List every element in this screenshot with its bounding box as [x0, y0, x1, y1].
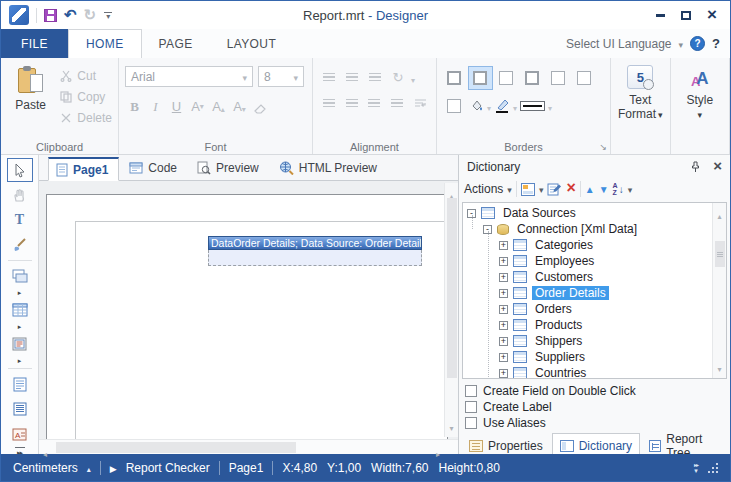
actions-menu-button[interactable]: Actions — [464, 182, 503, 196]
save-icon[interactable] — [44, 9, 57, 22]
current-page-label[interactable]: Page1 — [229, 461, 264, 475]
report-page[interactable] — [46, 194, 448, 439]
language-selector[interactable]: Select UI Language ? ? — [566, 29, 720, 58]
tab-html-preview[interactable]: HTML Preview — [272, 156, 387, 180]
tree-expander-icon[interactable]: + — [499, 369, 508, 378]
border-left-button[interactable] — [521, 67, 544, 89]
checkbox[interactable] — [465, 401, 477, 413]
tree-item-connection-xml-data[interactable]: - Connection [Xml Data] — [463, 221, 726, 237]
page-canvas[interactable]: DataOrder Details; Data Source: Order De… — [39, 181, 458, 439]
move-down-icon[interactable] — [599, 182, 609, 196]
pin-icon[interactable] — [690, 161, 701, 173]
tab-layout[interactable]: LAYOUT — [210, 29, 294, 58]
paste-button[interactable]: Paste — [7, 63, 54, 138]
fit-page-icon[interactable] — [694, 462, 698, 474]
bands-flyout-arrow-icon[interactable] — [7, 289, 33, 297]
tree-expander-icon[interactable]: + — [499, 257, 508, 266]
tree-item-categories[interactable]: + Categories — [463, 237, 726, 253]
border-top-button[interactable] — [495, 67, 518, 89]
tree-expander-icon[interactable]: + — [499, 241, 508, 250]
border-style-icon[interactable] — [520, 101, 545, 111]
border-right-button[interactable] — [573, 67, 596, 89]
vertical-scrollbar[interactable] — [444, 183, 458, 437]
scroll-down-icon[interactable] — [713, 358, 726, 376]
scroll-right-icon[interactable] — [436, 443, 440, 461]
text-component-tool[interactable] — [7, 372, 33, 396]
play-icon[interactable] — [110, 461, 117, 475]
tree-item-shippers[interactable]: + Shippers — [463, 333, 726, 349]
select-tool[interactable] — [7, 158, 33, 182]
chevron-down-icon[interactable] — [513, 97, 517, 115]
question-mark-icon[interactable]: ? — [712, 36, 720, 51]
checkbox[interactable] — [465, 417, 477, 429]
option-create-field-on-double-click[interactable]: Create Field on Double Click — [465, 383, 724, 398]
tree-expander-icon[interactable]: + — [499, 337, 508, 346]
cross-bands-tool[interactable] — [7, 298, 33, 322]
close-button[interactable] — [702, 6, 722, 24]
tree-scroll-thumb[interactable] — [715, 241, 725, 267]
chevron-down-icon[interactable] — [507, 182, 512, 196]
borders-dialog-launcher-icon[interactable] — [600, 142, 608, 152]
new-item-icon[interactable] — [521, 183, 535, 196]
font-size-combo[interactable]: 8 — [258, 66, 304, 87]
horizontal-scrollbar[interactable] — [39, 439, 458, 454]
chevron-up-icon[interactable] — [87, 461, 91, 475]
tab-file[interactable]: FILE — [1, 29, 68, 58]
option-create-label[interactable]: Create Label — [465, 399, 724, 414]
maximize-button[interactable] — [676, 6, 696, 24]
resize-grip[interactable] — [707, 462, 718, 473]
vertical-scroll-thumb[interactable] — [447, 198, 457, 378]
chevron-down-icon[interactable] — [628, 182, 633, 196]
copy-style-tool[interactable] — [7, 233, 33, 257]
tree-item-order-details[interactable]: + Order Details — [463, 285, 726, 301]
tree-item-countries[interactable]: + Countries — [463, 365, 726, 379]
tree-item-orders[interactable]: + Orders — [463, 301, 726, 317]
tree-expander-icon[interactable]: + — [499, 305, 508, 314]
style-button[interactable]: Style — [677, 93, 723, 122]
minimize-button[interactable] — [650, 6, 670, 24]
chevron-down-icon[interactable] — [487, 97, 491, 115]
edit-icon[interactable] — [547, 182, 562, 196]
tree-expander-icon[interactable]: + — [499, 353, 508, 362]
chevron-down-icon[interactable] — [539, 182, 544, 196]
delete-item-icon[interactable] — [566, 182, 575, 196]
tree-expander-icon[interactable]: + — [499, 289, 508, 298]
undo-icon[interactable] — [64, 6, 77, 24]
data-band-body[interactable] — [208, 250, 422, 266]
tree-item-data-sources[interactable]: - Data Sources — [463, 205, 726, 221]
bands-tool[interactable] — [7, 264, 33, 288]
quick-access-dropdown-icon[interactable] — [103, 12, 113, 19]
tab-page1[interactable]: Page1 — [48, 157, 119, 181]
app-logo-icon[interactable] — [9, 5, 29, 25]
fill-color-icon[interactable] — [469, 99, 484, 113]
tab-home[interactable]: HOME — [68, 29, 142, 58]
scroll-left-icon[interactable] — [43, 443, 47, 461]
horizontal-scroll-thumb[interactable] — [56, 442, 296, 453]
units-selector[interactable]: Centimeters — [13, 461, 78, 475]
text-format-button[interactable]: Text Format — [617, 93, 663, 122]
data-band-header[interactable]: DataOrder Details; Data Source: Order De… — [208, 236, 422, 250]
panel-close-icon[interactable] — [713, 160, 722, 174]
border-bottom-button[interactable] — [547, 67, 570, 89]
tree-item-suppliers[interactable]: + Suppliers — [463, 349, 726, 365]
help-icon[interactable]: ? — [690, 36, 705, 51]
option-use-aliases[interactable]: Use Aliases — [465, 415, 724, 430]
cross-bands-flyout-arrow-icon[interactable] — [7, 323, 33, 331]
data-band[interactable]: DataOrder Details; Data Source: Order De… — [208, 236, 422, 266]
checkbox[interactable] — [465, 385, 477, 397]
scroll-up-icon[interactable] — [713, 205, 726, 223]
tree-expander-icon[interactable]: + — [499, 273, 508, 282]
text-tool[interactable]: T — [7, 208, 33, 232]
border-outline-button[interactable] — [443, 95, 466, 117]
border-none-button[interactable] — [469, 67, 492, 89]
tab-page[interactable]: PAGE — [142, 29, 210, 58]
border-all-button[interactable] — [443, 67, 466, 89]
border-color-icon[interactable] — [494, 99, 510, 113]
text-block-tool[interactable] — [7, 397, 33, 421]
sort-az-icon[interactable]: AZ — [613, 182, 624, 196]
components-tool[interactable] — [7, 332, 33, 356]
scroll-down-icon[interactable] — [445, 417, 458, 435]
tab-preview[interactable]: Preview — [190, 156, 269, 180]
tree-expander-icon[interactable]: + — [499, 321, 508, 330]
tree-item-products[interactable]: + Products — [463, 317, 726, 333]
